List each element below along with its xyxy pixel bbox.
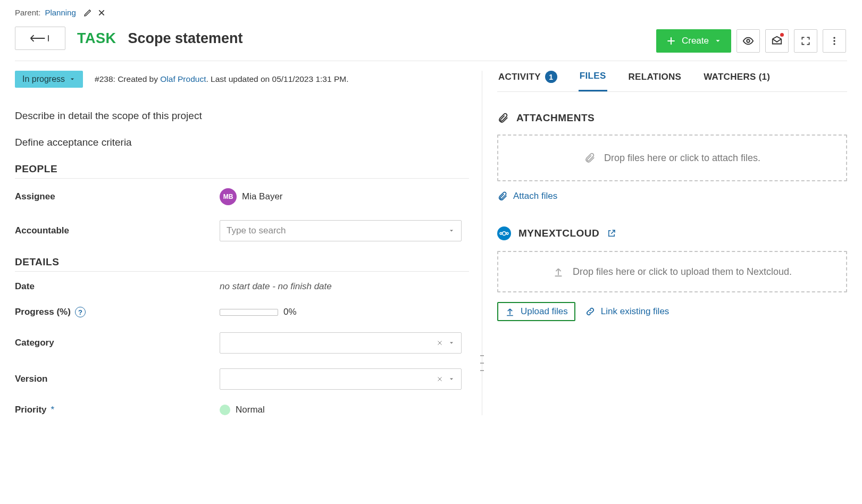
help-icon[interactable]: ? (75, 307, 86, 317)
fullscreen-button[interactable] (794, 29, 817, 53)
accountable-placeholder: Type to search (227, 225, 286, 236)
work-package-type: TASK (77, 30, 116, 47)
last-updated: . Last updated on 05/11/2023 1:31 PM. (206, 74, 348, 83)
priority-value[interactable]: Normal (220, 405, 469, 415)
priority-dot-icon (220, 405, 230, 415)
meta-line: #238: Created by Olaf Product. Last upda… (95, 74, 348, 84)
right-pane: ACTIVITY 1 FILES RELATIONS WATCHERS (1) … (482, 71, 847, 415)
field-version: Version (15, 368, 469, 390)
tab-relations[interactable]: RELATIONS (627, 71, 683, 91)
priority-label: Priority (15, 405, 47, 415)
version-combobox[interactable] (220, 368, 462, 390)
description-line-2: Define acceptance criteria (15, 137, 469, 148)
progress-value-cell[interactable]: 0% (220, 307, 469, 317)
header-divider (15, 61, 847, 61)
priority-text: Normal (236, 405, 265, 415)
attach-files-link[interactable]: Attach files (497, 191, 557, 201)
category-combobox[interactable] (220, 332, 462, 354)
attachments-drop-text: Drop files here or click to attach files… (604, 153, 760, 164)
avatar: MB (220, 188, 237, 205)
category-label: Category (15, 338, 220, 348)
field-priority: Priority * Normal (15, 405, 469, 415)
status-label: In progress (22, 74, 65, 84)
more-menu-button[interactable] (823, 29, 846, 53)
svg-point-1 (833, 37, 835, 39)
date-label: Date (15, 281, 220, 292)
notification-dot-icon (780, 33, 784, 37)
watch-button[interactable] (737, 29, 760, 53)
nextcloud-dropzone[interactable]: Drop files here or click to upload them … (497, 251, 847, 292)
assignee-value[interactable]: MB Mia Bayer (220, 188, 469, 205)
clear-icon[interactable] (437, 376, 443, 382)
accountable-combobox[interactable]: Type to search (220, 220, 462, 241)
drag-handle-icon (480, 355, 484, 371)
link-existing-files-link[interactable]: Link existing files (585, 306, 669, 317)
nextcloud-drop-text: Drop files here or click to upload them … (573, 266, 792, 278)
title-actions: Create (656, 29, 846, 53)
attach-icon (584, 152, 596, 164)
pane-resizer[interactable] (482, 71, 482, 415)
link-icon (585, 306, 596, 317)
description-line-1: Describe in detail the scope of this pro… (15, 110, 469, 122)
clear-icon[interactable] (437, 340, 443, 346)
assignee-label: Assignee (15, 191, 220, 202)
progress-label: Progress (%) (15, 307, 71, 317)
upload-icon (553, 266, 564, 278)
nextcloud-logo-icon (497, 226, 511, 240)
svg-point-0 (747, 39, 750, 43)
accountable-label: Accountable (15, 225, 220, 236)
field-date: Date no start date - no finish date (15, 281, 469, 292)
close-icon[interactable] (97, 9, 106, 17)
attachments-dropzone[interactable]: Drop files here or click to attach files… (497, 135, 847, 181)
nextcloud-heading: MYNEXTCLOUD (497, 226, 847, 240)
tab-files[interactable]: FILES (579, 71, 607, 91)
activity-count-badge: 1 (545, 71, 557, 83)
svg-point-5 (500, 232, 502, 234)
upload-files-link[interactable]: Upload files (497, 302, 575, 321)
left-pane: In progress #238: Created by Olaf Produc… (15, 71, 482, 415)
paperclip-icon (497, 112, 509, 124)
create-button[interactable]: Create (656, 29, 731, 53)
pencil-icon[interactable] (83, 9, 92, 17)
task-id: #238: (95, 74, 115, 83)
page-title[interactable]: Scope statement (128, 30, 243, 47)
parent-row: Parent: Planning (15, 8, 862, 17)
tabs: ACTIVITY 1 FILES RELATIONS WATCHERS (1) (497, 71, 847, 92)
parent-label: Parent: (15, 8, 40, 17)
assignee-name: Mia Bayer (242, 191, 283, 202)
notifications-button[interactable] (765, 29, 789, 53)
tab-watchers[interactable]: WATCHERS (1) (702, 71, 771, 91)
field-accountable: Accountable Type to search (15, 220, 469, 241)
date-value[interactable]: no start date - no finish date (220, 281, 469, 292)
nextcloud-title: MYNEXTCLOUD (518, 228, 599, 239)
progress-percent: 0% (283, 307, 297, 317)
tab-activity[interactable]: ACTIVITY 1 (497, 71, 558, 91)
svg-point-2 (833, 40, 835, 41)
author-link[interactable]: Olaf Product (160, 74, 206, 83)
chevron-down-icon (448, 340, 455, 346)
section-divider (15, 271, 469, 272)
section-people-title: PEOPLE (15, 163, 469, 175)
status-dropdown[interactable]: In progress (15, 71, 83, 88)
svg-point-3 (833, 43, 835, 45)
attach-icon (497, 191, 508, 201)
section-details-title: DETAILS (15, 256, 469, 268)
back-button[interactable] (15, 27, 65, 50)
upload-icon (505, 306, 515, 317)
field-category: Category (15, 332, 469, 354)
svg-point-4 (503, 232, 506, 236)
external-link-icon[interactable] (607, 229, 616, 238)
attachments-heading: ATTACHMENTS (497, 112, 847, 124)
section-divider (15, 178, 469, 179)
chevron-down-icon (448, 228, 455, 234)
progress-bar (220, 309, 278, 316)
parent-link[interactable]: Planning (45, 8, 76, 17)
version-label: Version (15, 374, 220, 384)
field-progress: Progress (%) ? 0% (15, 307, 469, 317)
description[interactable]: Describe in detail the scope of this pro… (15, 110, 469, 148)
field-assignee: Assignee MB Mia Bayer (15, 188, 469, 205)
chevron-down-icon (448, 376, 455, 382)
create-button-label: Create (682, 36, 709, 46)
required-asterisk: * (51, 405, 55, 415)
svg-point-6 (506, 232, 508, 234)
